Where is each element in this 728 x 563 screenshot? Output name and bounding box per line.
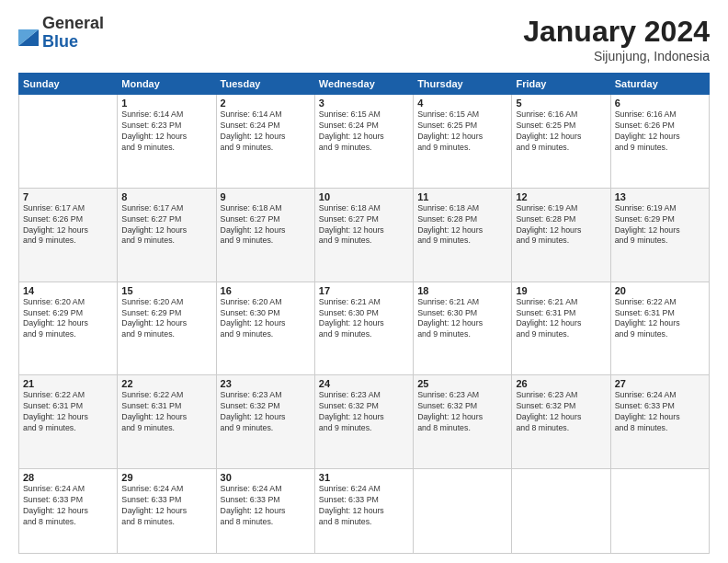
calendar-cell: 2Sunrise: 6:14 AMSunset: 6:24 PMDaylight… [216,95,314,189]
day-number: 22 [121,378,211,389]
day-info: Sunrise: 6:21 AMSunset: 6:30 PMDaylight:… [319,297,409,341]
title-area: January 2024 Sijunjung, Indonesia [523,15,710,63]
day-info: Sunrise: 6:23 AMSunset: 6:32 PMDaylight:… [221,390,311,434]
week-row-4: 21Sunrise: 6:22 AMSunset: 6:31 PMDayligh… [19,375,710,469]
day-info: Sunrise: 6:20 AMSunset: 6:29 PMDaylight:… [121,297,211,341]
day-number: 14 [23,285,113,296]
day-info: Sunrise: 6:23 AMSunset: 6:32 PMDaylight:… [417,390,507,434]
calendar-cell: 27Sunrise: 6:24 AMSunset: 6:33 PMDayligh… [610,375,709,469]
calendar-cell: 9Sunrise: 6:18 AMSunset: 6:27 PMDaylight… [216,188,314,282]
day-number: 13 [615,191,705,202]
day-info: Sunrise: 6:24 AMSunset: 6:33 PMDaylight:… [615,390,705,434]
month-year: January 2024 [523,15,710,49]
day-info: Sunrise: 6:17 AMSunset: 6:26 PMDaylight:… [23,203,113,247]
day-number: 4 [417,98,507,109]
day-number: 27 [615,378,705,389]
calendar-cell: 6Sunrise: 6:16 AMSunset: 6:26 PMDaylight… [610,95,709,189]
calendar-cell: 30Sunrise: 6:24 AMSunset: 6:33 PMDayligh… [216,469,314,554]
calendar-cell [414,469,512,554]
calendar-cell: 21Sunrise: 6:22 AMSunset: 6:31 PMDayligh… [19,375,118,469]
day-info: Sunrise: 6:23 AMSunset: 6:32 PMDaylight:… [319,390,409,434]
calendar-cell: 7Sunrise: 6:17 AMSunset: 6:26 PMDaylight… [19,188,118,282]
day-number: 6 [615,98,705,109]
day-number: 1 [121,98,211,109]
day-number: 2 [221,98,311,109]
calendar-cell [512,469,610,554]
day-info: Sunrise: 6:16 AMSunset: 6:25 PMDaylight:… [516,109,606,154]
day-info: Sunrise: 6:17 AMSunset: 6:27 PMDaylight:… [121,203,211,247]
calendar-cell: 29Sunrise: 6:24 AMSunset: 6:33 PMDayligh… [118,469,216,554]
calendar-cell: 24Sunrise: 6:23 AMSunset: 6:32 PMDayligh… [314,375,413,469]
column-header-friday: Friday [512,74,610,95]
calendar-cell: 17Sunrise: 6:21 AMSunset: 6:30 PMDayligh… [314,282,413,375]
calendar-cell: 16Sunrise: 6:20 AMSunset: 6:30 PMDayligh… [216,282,314,375]
day-number: 7 [23,191,113,202]
day-number: 5 [516,98,606,109]
day-number: 31 [319,472,409,483]
calendar-cell: 26Sunrise: 6:23 AMSunset: 6:32 PMDayligh… [512,375,610,469]
day-number: 20 [615,285,705,296]
calendar-cell: 4Sunrise: 6:15 AMSunset: 6:25 PMDaylight… [414,95,512,189]
calendar-cell: 15Sunrise: 6:20 AMSunset: 6:29 PMDayligh… [118,282,216,375]
calendar-cell: 14Sunrise: 6:20 AMSunset: 6:29 PMDayligh… [19,282,118,375]
column-header-thursday: Thursday [414,74,512,95]
location: Sijunjung, Indonesia [523,49,710,63]
calendar-cell [610,469,709,554]
logo-blue: Blue [42,33,104,52]
day-number: 25 [417,378,507,389]
calendar-cell: 11Sunrise: 6:18 AMSunset: 6:28 PMDayligh… [414,188,512,282]
calendar-cell: 10Sunrise: 6:18 AMSunset: 6:27 PMDayligh… [314,188,413,282]
day-info: Sunrise: 6:21 AMSunset: 6:30 PMDaylight:… [417,297,507,341]
day-number: 29 [121,472,211,483]
day-number: 30 [221,472,311,483]
day-info: Sunrise: 6:19 AMSunset: 6:28 PMDaylight:… [516,203,606,247]
day-info: Sunrise: 6:21 AMSunset: 6:31 PMDaylight:… [516,297,606,341]
day-number: 10 [319,191,409,202]
logo-icon [18,20,39,46]
day-info: Sunrise: 6:22 AMSunset: 6:31 PMDaylight:… [121,390,211,434]
calendar-cell: 18Sunrise: 6:21 AMSunset: 6:30 PMDayligh… [414,282,512,375]
day-info: Sunrise: 6:22 AMSunset: 6:31 PMDaylight:… [23,390,113,434]
calendar-cell: 20Sunrise: 6:22 AMSunset: 6:31 PMDayligh… [610,282,709,375]
day-number: 9 [221,191,311,202]
calendar-cell: 31Sunrise: 6:24 AMSunset: 6:33 PMDayligh… [314,469,413,554]
day-info: Sunrise: 6:20 AMSunset: 6:30 PMDaylight:… [221,297,311,341]
day-number: 15 [121,285,211,296]
calendar-cell: 25Sunrise: 6:23 AMSunset: 6:32 PMDayligh… [414,375,512,469]
calendar-cell: 22Sunrise: 6:22 AMSunset: 6:31 PMDayligh… [118,375,216,469]
week-row-3: 14Sunrise: 6:20 AMSunset: 6:29 PMDayligh… [19,282,710,375]
day-number: 3 [319,98,409,109]
day-info: Sunrise: 6:19 AMSunset: 6:29 PMDaylight:… [615,203,705,247]
week-row-1: 1Sunrise: 6:14 AMSunset: 6:23 PMDaylight… [19,95,710,189]
day-info: Sunrise: 6:14 AMSunset: 6:24 PMDaylight:… [221,109,311,154]
day-number: 23 [221,378,311,389]
day-info: Sunrise: 6:18 AMSunset: 6:27 PMDaylight:… [319,203,409,247]
week-row-5: 28Sunrise: 6:24 AMSunset: 6:33 PMDayligh… [19,469,710,554]
calendar-cell: 12Sunrise: 6:19 AMSunset: 6:28 PMDayligh… [512,188,610,282]
day-info: Sunrise: 6:23 AMSunset: 6:32 PMDaylight:… [516,390,606,434]
day-info: Sunrise: 6:16 AMSunset: 6:26 PMDaylight:… [615,109,705,154]
day-info: Sunrise: 6:20 AMSunset: 6:29 PMDaylight:… [23,297,113,341]
logo: General Blue [18,15,104,52]
day-info: Sunrise: 6:15 AMSunset: 6:25 PMDaylight:… [417,109,507,154]
day-info: Sunrise: 6:24 AMSunset: 6:33 PMDaylight:… [319,484,409,528]
header: General Blue January 2024 Sijunjung, Ind… [18,15,710,63]
calendar-table: SundayMondayTuesdayWednesdayThursdayFrid… [18,73,710,554]
day-info: Sunrise: 6:22 AMSunset: 6:31 PMDaylight:… [615,297,705,341]
calendar-cell [19,95,118,189]
day-number: 19 [516,285,606,296]
calendar-cell: 23Sunrise: 6:23 AMSunset: 6:32 PMDayligh… [216,375,314,469]
day-number: 26 [516,378,606,389]
column-header-wednesday: Wednesday [314,74,413,95]
day-number: 17 [319,285,409,296]
day-info: Sunrise: 6:18 AMSunset: 6:27 PMDaylight:… [221,203,311,247]
calendar-cell: 19Sunrise: 6:21 AMSunset: 6:31 PMDayligh… [512,282,610,375]
day-info: Sunrise: 6:24 AMSunset: 6:33 PMDaylight:… [23,484,113,528]
logo-general: General [42,15,104,33]
day-info: Sunrise: 6:15 AMSunset: 6:24 PMDaylight:… [319,109,409,154]
column-header-monday: Monday [118,74,216,95]
day-info: Sunrise: 6:24 AMSunset: 6:33 PMDaylight:… [221,484,311,528]
calendar-cell: 13Sunrise: 6:19 AMSunset: 6:29 PMDayligh… [610,188,709,282]
calendar-cell: 1Sunrise: 6:14 AMSunset: 6:23 PMDaylight… [118,95,216,189]
day-info: Sunrise: 6:24 AMSunset: 6:33 PMDaylight:… [121,484,211,528]
